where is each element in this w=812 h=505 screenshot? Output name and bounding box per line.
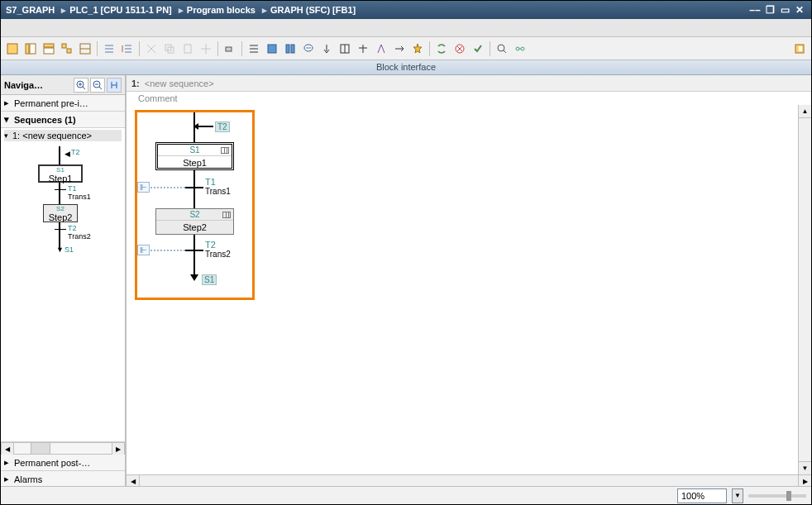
- search-button[interactable]: [494, 40, 510, 57]
- scroll-track[interactable]: [14, 442, 112, 455]
- step-actions-icon[interactable]: [222, 212, 231, 218]
- view-mode4-button[interactable]: [59, 40, 75, 57]
- zoom-dropdown-icon[interactable]: ▼: [732, 488, 743, 503]
- transition-t2-id: T2: [205, 240, 216, 250]
- insert-branch-button[interactable]: [282, 40, 299, 57]
- toolbar-tag-button[interactable]: [222, 40, 238, 57]
- mini-t2: T2: [68, 224, 77, 232]
- canvas-vertical-scrollbar[interactable]: ▲ ▼: [798, 105, 811, 474]
- transition-t1-id: T1: [205, 177, 216, 187]
- sequence-comment[interactable]: Comment: [127, 92, 811, 105]
- arrow-left-icon: ◀: [64, 150, 70, 158]
- editor-area: 1: <new sequence> Comment T2 S1 Step1: [126, 75, 811, 488]
- scroll-up-icon[interactable]: ▲: [799, 105, 811, 118]
- zoom-slider[interactable]: [748, 494, 806, 498]
- breadcrumb[interactable]: Program blocks: [187, 5, 256, 15]
- insert-transition-button[interactable]: [264, 40, 280, 57]
- step-name[interactable]: Step1: [158, 155, 232, 169]
- svg-point-34: [521, 47, 524, 50]
- sync-view-icon[interactable]: [107, 78, 122, 93]
- scroll-thumb[interactable]: [31, 443, 50, 454]
- breadcrumb[interactable]: S7_GRAPH: [6, 5, 55, 15]
- insert-step-button[interactable]: [246, 40, 262, 57]
- nav-permanent-post[interactable]: Permanent post-…: [1, 455, 125, 471]
- trans-network-link[interactable]: [147, 250, 185, 251]
- arrow-down-icon: ▼: [56, 245, 64, 254]
- nav-permanent-pre[interactable]: Permanent pre-i…: [1, 95, 125, 112]
- toolbar-x1-button[interactable]: [337, 40, 353, 57]
- nav-tree-item[interactable]: ▾1: <new sequence>: [4, 130, 122, 141]
- svg-point-27: [308, 47, 309, 49]
- sequence-name[interactable]: <new sequence>: [145, 79, 214, 88]
- trans-network-link[interactable]: [147, 187, 185, 188]
- close-icon[interactable]: ✕: [793, 4, 806, 16]
- toolbar-list2-button[interactable]: [119, 40, 136, 57]
- zoom-in-icon[interactable]: [74, 78, 88, 93]
- svg-rect-22: [268, 45, 276, 53]
- svg-point-33: [516, 47, 519, 50]
- transition-t1-name[interactable]: Trans1: [205, 187, 231, 196]
- exit-jump-label[interactable]: S1: [202, 274, 217, 285]
- svg-rect-3: [44, 44, 54, 47]
- view-mode5-button[interactable]: [77, 40, 93, 57]
- mini-trans2-bar: [55, 229, 66, 230]
- view-mode1-button[interactable]: [4, 40, 21, 57]
- toolbar-x2-button[interactable]: [355, 40, 371, 57]
- block-interface-toggle[interactable]: Block interface: [1, 60, 811, 75]
- toolbar-cut-button[interactable]: [143, 40, 160, 57]
- nav-tree-item-label: 1: <new sequence>: [12, 131, 92, 141]
- step-name[interactable]: Step2: [156, 220, 233, 234]
- sequence-number: 1:: [131, 79, 140, 88]
- monitor-button[interactable]: [512, 40, 528, 57]
- minimize-icon[interactable]: ––: [748, 4, 762, 16]
- step-s1[interactable]: S1 Step1: [155, 142, 234, 170]
- toolbar-right-button[interactable]: [791, 40, 808, 57]
- nav-horizontal-scrollbar[interactable]: ◀ ▶: [1, 441, 125, 455]
- sequence-thumbnail[interactable]: T2 ◀ S1 Step1 T1 Trans1 S2 Step2 T2 Tra: [13, 146, 112, 262]
- sync-button[interactable]: [433, 40, 450, 57]
- maximize-icon[interactable]: ▭: [778, 4, 791, 16]
- zoom-slider-knob[interactable]: [786, 491, 791, 501]
- svg-rect-2: [30, 44, 36, 54]
- ladder-icon[interactable]: ⊩: [137, 245, 150, 255]
- step-actions-icon[interactable]: [221, 147, 229, 154]
- insert-comment-button[interactable]: [300, 40, 317, 57]
- scroll-down-icon[interactable]: ▼: [799, 461, 811, 474]
- view-mode3-button[interactable]: [41, 40, 57, 57]
- insert-jump-button[interactable]: [318, 40, 335, 57]
- mini-trans1-bar: [55, 189, 66, 190]
- breadcrumb[interactable]: PLC_1 [CPU 1511-1 PN]: [69, 5, 172, 15]
- check-button[interactable]: [470, 40, 486, 57]
- toolbar-star-button[interactable]: [409, 40, 426, 57]
- toolbar-x4-button[interactable]: [391, 40, 408, 57]
- graph-canvas[interactable]: T2 S1 Step1 ⊩ T1 Trans1 S2 Step2: [127, 105, 811, 474]
- toolbar-paste-button[interactable]: [179, 40, 196, 57]
- nav-row-label: Sequences (1): [14, 115, 76, 125]
- nav-alarms[interactable]: Alarms: [1, 471, 125, 488]
- scroll-right-icon[interactable]: ▶: [112, 442, 125, 455]
- entry-jump-label[interactable]: T2: [215, 121, 230, 132]
- restore-icon[interactable]: ❐: [763, 4, 776, 16]
- scroll-left-icon[interactable]: ◀: [1, 442, 14, 455]
- sequence-header[interactable]: 1: <new sequence>: [127, 75, 811, 92]
- transition-t2-name[interactable]: Trans2: [205, 250, 231, 259]
- nav-sequences[interactable]: Sequences (1): [1, 112, 125, 128]
- breadcrumb[interactable]: GRAPH (SFC) [FB1]: [270, 5, 356, 15]
- zoom-out-icon[interactable]: [90, 78, 105, 93]
- error-button[interactable]: [451, 40, 468, 57]
- svg-rect-24: [291, 45, 294, 53]
- zoom-level-input[interactable]: 100%: [677, 488, 727, 503]
- svg-line-32: [504, 50, 506, 53]
- step-s2[interactable]: S2 Step2: [155, 208, 234, 235]
- toolbar-x3-button[interactable]: [373, 40, 389, 57]
- mini-step1: S1 Step1: [38, 164, 83, 183]
- toolbar-del-button[interactable]: [198, 40, 214, 57]
- nav-row-label: Alarms: [14, 474, 42, 484]
- ladder-icon[interactable]: ⊩: [137, 182, 150, 193]
- toolbar-copy-button[interactable]: [161, 40, 178, 57]
- view-mode2-button[interactable]: [22, 40, 39, 57]
- toolbar: [1, 37, 811, 60]
- sequence-diagram[interactable]: T2 S1 Step1 ⊩ T1 Trans1 S2 Step2: [135, 110, 255, 300]
- toolbar-list1-button[interactable]: [101, 40, 117, 57]
- svg-rect-0: [7, 44, 17, 54]
